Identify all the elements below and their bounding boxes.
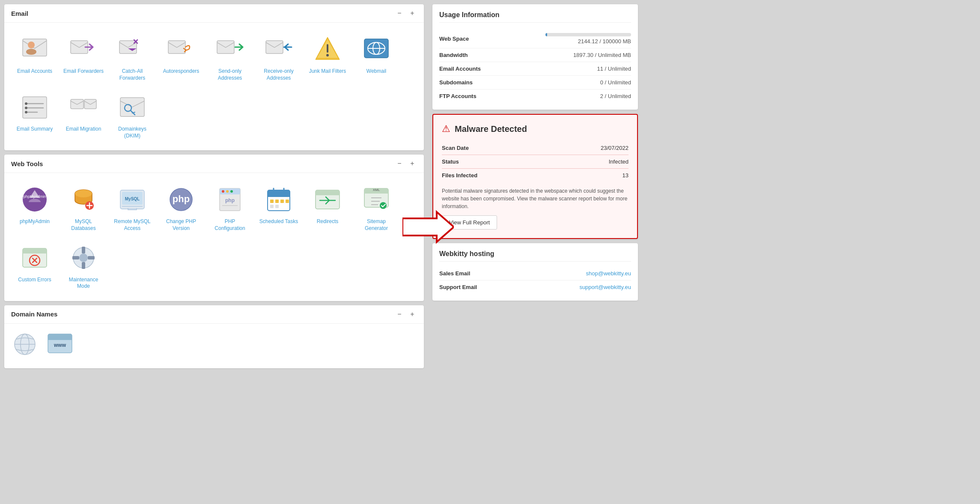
email-icons-grid: Email Accounts Email Forwarders: [4, 23, 424, 150]
svg-point-2: [26, 49, 36, 55]
email-accounts-icon: [19, 34, 50, 65]
scheduled-tasks-icon: [263, 184, 294, 215]
domain-globe-icon: [11, 331, 42, 361]
malware-scan-date-value: 23/07/2022: [601, 145, 629, 151]
php-version-item[interactable]: php Change PHP Version: [158, 180, 205, 236]
mysql-label: MySQL Databases: [63, 218, 104, 232]
email-minimize-btn[interactable]: −: [395, 9, 404, 18]
svg-rect-92: [48, 337, 72, 340]
svg-point-13: [326, 54, 329, 57]
svg-text:php: php: [173, 194, 190, 204]
email-section-header: Email − +: [4, 4, 424, 23]
redirects-icon: [312, 184, 343, 215]
usage-email-label: Email Accounts: [439, 66, 481, 72]
email-migration-item[interactable]: Email Migration: [60, 87, 107, 143]
catch-all-item[interactable]: Catch-All Forwarders: [109, 30, 156, 86]
autoresponders-label: Autoresponders: [163, 68, 200, 75]
remote-mysql-item[interactable]: MySQL Remote MySQL Access: [109, 180, 156, 236]
domain-www-icon: www: [46, 331, 77, 361]
usage-webspace-value-container: 2144.12 / 100000 MB: [545, 33, 631, 45]
mysql-item[interactable]: MySQL Databases: [60, 180, 107, 236]
usage-webspace-bar: [545, 33, 631, 36]
red-arrow: [402, 210, 454, 246]
sitemap-item[interactable]: XML Sitemap Generator: [353, 180, 400, 236]
send-only-icon: [214, 34, 245, 65]
domain-minimize-btn[interactable]: −: [395, 310, 404, 319]
usage-bandwidth-value: 1897.30 / Unlimited MB: [573, 52, 631, 58]
webmail-label: Webmail: [366, 68, 386, 75]
svg-point-47: [222, 190, 224, 193]
webmail-item[interactable]: Webmail: [353, 30, 400, 86]
hosting-sales-link[interactable]: shop@webkitty.eu: [586, 270, 631, 277]
svg-rect-85: [88, 256, 95, 259]
web-tools-section: Web Tools − + phpMyAdmin phpMyAdmin: [4, 155, 424, 301]
junk-mail-label: Junk Mail Filters: [309, 68, 346, 75]
domain-names-controls: − +: [395, 310, 417, 319]
svg-rect-8: [217, 41, 234, 54]
phpmyadmin-icon: phpMyAdmin: [19, 184, 50, 215]
usage-bandwidth-row: Bandwidth 1897.30 / Unlimited MB: [439, 48, 631, 62]
domainkeys-item[interactable]: Domainkeys (DKIM): [109, 87, 156, 143]
email-summary-item[interactable]: Email Summary: [11, 87, 58, 143]
svg-text:MySQL: MySQL: [125, 197, 140, 201]
svg-rect-61: [270, 205, 274, 208]
email-expand-btn[interactable]: +: [408, 9, 417, 18]
email-section: Email − + Email Accounts: [4, 4, 424, 150]
svg-rect-84: [72, 256, 79, 259]
usage-webspace-value: 2144.12 / 100000 MB: [578, 38, 631, 45]
svg-rect-83: [82, 262, 85, 269]
hosting-sales-row: Sales Email shop@webkitty.eu: [439, 267, 631, 280]
hosting-support-link[interactable]: support@webkitty.eu: [579, 284, 631, 290]
scheduled-tasks-item[interactable]: Scheduled Tasks: [255, 180, 302, 236]
php-version-label: Change PHP Version: [160, 218, 202, 232]
usage-subdomains-row: Subdomains 0 / Unlimited: [439, 76, 631, 89]
redirects-item[interactable]: Redirects: [304, 180, 351, 236]
usage-ftp-label: FTP Accounts: [439, 93, 477, 99]
php-config-item[interactable]: php PHP Configuration: [206, 180, 253, 236]
phpmyadmin-item[interactable]: phpMyAdmin phpMyAdmin: [11, 180, 58, 236]
webmail-icon: [361, 34, 392, 65]
redirects-label: Redirects: [317, 218, 339, 225]
svg-point-1: [28, 42, 35, 48]
php-version-icon: php: [166, 184, 197, 215]
email-forwarders-item[interactable]: Email Forwarders: [60, 30, 107, 86]
domain-expand-btn[interactable]: +: [408, 310, 417, 319]
domain-names-title: Domain Names: [11, 310, 57, 318]
svg-rect-60: [286, 200, 289, 203]
usage-webspace-row: Web Space 2144.12 / 100000 MB: [439, 30, 631, 48]
malware-scan-date-label: Scan Date: [442, 145, 469, 151]
maintenance-item[interactable]: Maintenance Mode: [60, 238, 107, 294]
webtools-expand-btn[interactable]: +: [408, 159, 417, 168]
svg-rect-7: [168, 41, 185, 54]
usage-ftp-value: 2 / Unlimited: [600, 93, 631, 99]
junk-mail-item[interactable]: Junk Mail Filters: [304, 30, 351, 86]
svg-marker-86: [402, 212, 454, 242]
custom-errors-item[interactable]: Custom Errors: [11, 238, 58, 294]
webtools-minimize-btn[interactable]: −: [395, 159, 404, 168]
email-accounts-label: Email Accounts: [17, 68, 52, 75]
receive-only-item[interactable]: Receive-only Addresses: [255, 30, 302, 86]
send-only-item[interactable]: Send-only Addresses: [206, 30, 253, 86]
svg-rect-54: [268, 194, 290, 197]
domainkeys-label: Domainkeys (DKIM): [111, 126, 153, 139]
hosting-section: Webkitty hosting Sales Email shop@webkit…: [432, 243, 638, 301]
send-only-label: Send-only Addresses: [209, 68, 251, 81]
email-summary-icon: [19, 92, 50, 122]
usage-info-title: Usage Information: [439, 11, 631, 23]
malware-description: Potential malware signatures detected in…: [442, 187, 629, 210]
autoresponders-item[interactable]: Autoresponders: [158, 30, 205, 86]
svg-text:php: php: [225, 197, 235, 203]
email-migration-icon: [68, 92, 99, 122]
malware-files-value: 13: [623, 172, 629, 179]
svg-point-35: [75, 190, 92, 197]
sitemap-icon: XML: [361, 184, 392, 215]
remote-mysql-label: Remote MySQL Access: [111, 218, 153, 232]
email-accounts-item[interactable]: Email Accounts: [11, 30, 58, 86]
domain-names-header: Domain Names − +: [4, 305, 424, 324]
svg-rect-62: [275, 205, 279, 208]
receive-only-icon: [263, 34, 294, 65]
usage-subdomains-label: Subdomains: [439, 79, 473, 86]
svg-rect-25: [71, 99, 83, 109]
receive-only-label: Receive-only Addresses: [258, 68, 300, 81]
email-summary-label: Email Summary: [17, 126, 53, 133]
